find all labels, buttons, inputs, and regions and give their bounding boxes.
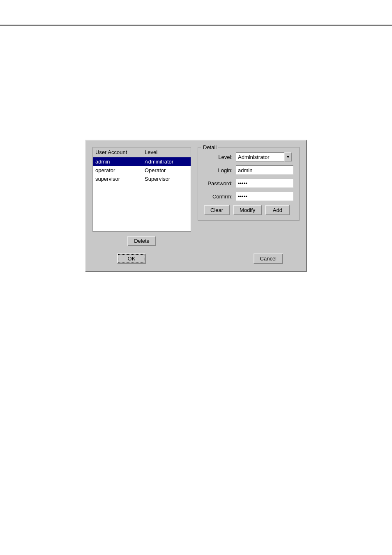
user-account-cell: supervisor bbox=[95, 176, 145, 182]
ok-button[interactable]: OK bbox=[117, 253, 146, 264]
delete-button[interactable]: Delete bbox=[127, 236, 156, 246]
user-level-cell: Operator bbox=[145, 167, 188, 173]
dialog-bottom-row: OK Cancel bbox=[92, 252, 300, 265]
user-table-body: admin Adminitrator operator Operator sup… bbox=[93, 157, 191, 231]
top-border bbox=[0, 25, 392, 26]
table-row[interactable]: operator Operator bbox=[93, 166, 191, 175]
dialog: User Account Level admin Adminitrator op… bbox=[85, 140, 307, 272]
level-field: ▼ bbox=[236, 152, 292, 161]
confirm-row: Confirm: bbox=[204, 192, 293, 201]
cancel-button[interactable]: Cancel bbox=[254, 253, 283, 264]
delete-btn-row: Delete bbox=[92, 236, 191, 246]
user-account-cell: operator bbox=[95, 167, 145, 173]
password-row: Password: bbox=[204, 179, 293, 188]
user-table-header: User Account Level bbox=[93, 147, 191, 157]
add-button[interactable]: Add bbox=[265, 205, 290, 215]
confirm-input[interactable] bbox=[236, 192, 293, 201]
bottom-right: Cancel bbox=[254, 253, 283, 264]
modify-button[interactable]: Modify bbox=[233, 205, 262, 215]
table-row[interactable]: supervisor Supervisor bbox=[93, 175, 191, 183]
left-panel: User Account Level admin Adminitrator op… bbox=[92, 147, 191, 246]
user-table: User Account Level admin Adminitrator op… bbox=[92, 147, 191, 232]
level-row: Level: ▼ bbox=[204, 152, 293, 161]
action-buttons-row: Clear Modify Add bbox=[204, 205, 293, 215]
user-level-cell: Adminitrator bbox=[145, 159, 188, 165]
login-row: Login: bbox=[204, 166, 293, 175]
right-panel: Detail Level: ▼ Login: bbox=[198, 147, 300, 246]
detail-legend: Detail bbox=[201, 144, 218, 150]
login-input[interactable] bbox=[236, 166, 293, 175]
password-label: Password: bbox=[204, 180, 233, 187]
level-label: Level: bbox=[204, 154, 233, 160]
level-input[interactable] bbox=[236, 152, 284, 161]
clear-button[interactable]: Clear bbox=[204, 205, 230, 215]
user-level-cell: Supervisor bbox=[145, 176, 188, 182]
bottom-left: OK bbox=[117, 253, 146, 264]
col-account-header: User Account bbox=[95, 149, 145, 155]
table-row[interactable]: admin Adminitrator bbox=[93, 157, 191, 166]
confirm-label: Confirm: bbox=[204, 193, 233, 200]
detail-group: Detail Level: ▼ Login: bbox=[198, 147, 300, 221]
password-input[interactable] bbox=[236, 179, 293, 188]
dialog-main-row: User Account Level admin Adminitrator op… bbox=[92, 147, 300, 246]
login-label: Login: bbox=[204, 167, 233, 173]
col-level-header: Level bbox=[145, 149, 188, 155]
user-account-cell: admin bbox=[95, 159, 145, 165]
level-dropdown-button[interactable]: ▼ bbox=[284, 152, 292, 161]
